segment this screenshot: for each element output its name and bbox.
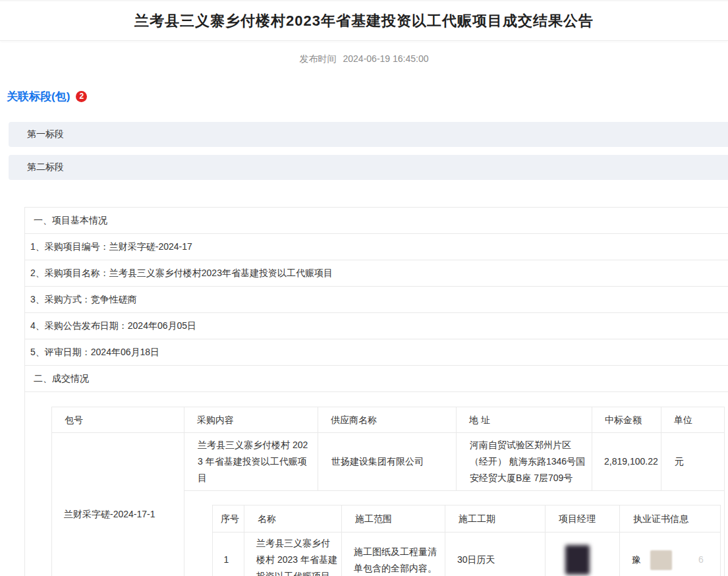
col-header-manager: 项目经理 xyxy=(546,505,620,533)
col-header-certificate: 执业证书信息 xyxy=(620,505,721,533)
detail-table-cell: 序号 名称 施工范围 施工工期 项目经理 执业证书信息 xyxy=(184,491,725,576)
cell-supplier: 世扬建设集团有限公司 xyxy=(318,433,457,491)
info-row-procurement-method: 3、采购方式：竞争性磋商 xyxy=(25,287,728,313)
cell-name: 兰考县三义寨乡付楼村 2023 年省基建投资以工代赈项目 xyxy=(244,533,342,576)
announcement-header: 兰考县三义寨乡付楼村2023年省基建投资以工代赈项目成交结果公告 xyxy=(0,0,728,41)
certificate-redaction-block xyxy=(650,550,672,570)
info-row-award-heading: 二、成交情况 xyxy=(25,366,728,392)
cell-certificate: 豫 6 xyxy=(620,533,721,576)
related-sections-heading: 关联标段(包) 2 xyxy=(7,89,728,104)
detail-table-header-row: 序号 名称 施工范围 施工工期 项目经理 执业证书信息 xyxy=(213,505,721,533)
detail-table-row: 1 兰考县三义寨乡付楼村 2023 年省基建投资以工代赈项目 施工图纸及工程量清… xyxy=(213,533,721,576)
cell-seq: 1 xyxy=(213,533,244,576)
col-header-unit: 单位 xyxy=(661,407,725,433)
publish-time-label: 发布时间 xyxy=(300,53,337,64)
related-sections-label: 关联标段(包) xyxy=(7,89,70,104)
col-header-seq: 序号 xyxy=(213,505,244,533)
award-table: 包号 采购内容 供应商名称 地 址 中标金额 单位 兰财采字磋-2024-17-… xyxy=(51,407,725,576)
award-table-wrap: 包号 采购内容 供应商名称 地 址 中标金额 单位 兰财采字磋-2024-17-… xyxy=(51,407,728,576)
cell-address: 河南自贸试验区郑州片区（经开） 航海东路1346号国安经贸大厦B座 7层709号 xyxy=(457,433,592,491)
cell-content: 兰考县三义寨乡付楼村 2023 年省基建投资以工代赈项目 xyxy=(184,433,318,491)
cell-amount: 2,819,100.22 xyxy=(592,433,661,491)
manager-redaction-block xyxy=(565,545,590,575)
cell-manager xyxy=(546,533,620,576)
info-row-basic-heading: 一、项目基本情况 xyxy=(25,208,728,234)
cell-duration: 30日历天 xyxy=(445,533,546,576)
page-title: 兰考县三义寨乡付楼村2023年省基建投资以工代赈项目成交结果公告 xyxy=(134,11,594,31)
project-info-panel: 一、项目基本情况 1、采购项目编号：兰财采字磋-2024-17 2、采购项目名称… xyxy=(24,207,728,576)
section-bar-2-label: 第二标段 xyxy=(27,161,64,173)
col-header-address: 地 址 xyxy=(457,407,592,433)
award-table-row: 兰财采字磋-2024-17-1 兰考县三义寨乡付楼村 2023 年省基建投资以工… xyxy=(52,433,725,491)
certificate-suffix: 6 xyxy=(698,552,704,568)
col-header-supplier: 供应商名称 xyxy=(318,407,457,433)
col-header-content: 采购内容 xyxy=(184,407,318,433)
detail-table: 序号 名称 施工范围 施工工期 项目经理 执业证书信息 xyxy=(212,505,721,576)
award-table-header-row: 包号 采购内容 供应商名称 地 址 中标金额 单位 xyxy=(52,407,725,433)
col-header-name: 名称 xyxy=(244,505,342,533)
info-row-announcement-date: 4、采购公告发布日期：2024年06月05日 xyxy=(25,313,728,339)
col-header-duration: 施工工期 xyxy=(445,505,546,533)
col-header-scope: 施工范围 xyxy=(342,505,445,533)
section-bar-1-label: 第一标段 xyxy=(27,129,64,140)
cell-scope: 施工图纸及工程量清单包含的全部内容。 xyxy=(342,533,445,576)
info-row-project-number: 1、采购项目编号：兰财采字磋-2024-17 xyxy=(25,234,728,260)
publish-time-row: 发布时间2024-06-19 16:45:00 xyxy=(0,53,728,65)
cell-package-no: 兰财采字磋-2024-17-1 xyxy=(52,433,184,576)
section-bar-2[interactable]: 第二标段 xyxy=(9,155,728,180)
section-count-badge: 2 xyxy=(76,91,87,102)
col-header-package-no: 包号 xyxy=(52,407,184,433)
section-bar-1[interactable]: 第一标段 xyxy=(9,122,728,147)
info-row-project-name: 2、采购项目名称：兰考县三义寨乡付楼村2023年省基建投资以工代赈项目 xyxy=(25,260,728,287)
publish-time-value: 2024-06-19 16:45:00 xyxy=(343,53,429,64)
certificate-prefix: 豫 xyxy=(632,552,641,568)
col-header-amount: 中标金额 xyxy=(592,407,661,433)
cell-unit: 元 xyxy=(661,433,725,491)
info-row-review-date: 5、评审日期：2024年06月18日 xyxy=(25,339,728,366)
